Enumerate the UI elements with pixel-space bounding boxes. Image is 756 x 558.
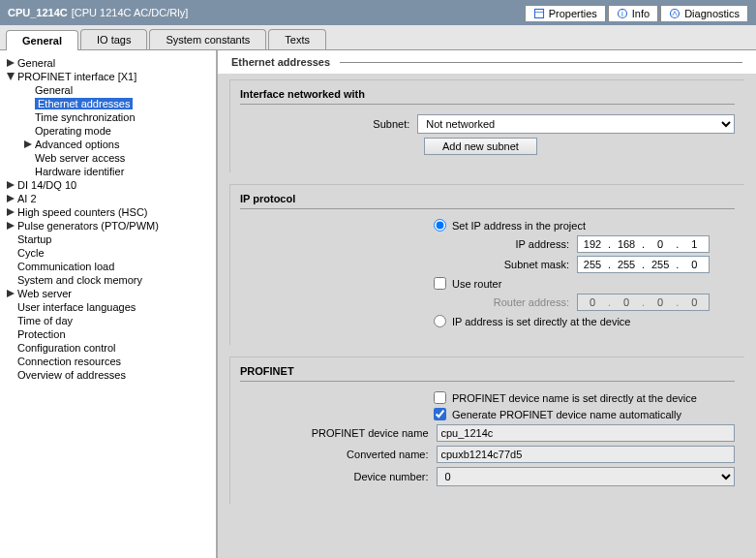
check-profinet-name-direct-input[interactable] [434, 391, 446, 404]
info-icon: i [617, 8, 628, 19]
tab-diagnostics[interactable]: Diagnostics [660, 5, 748, 21]
add-new-subnet-button[interactable]: Add new subnet [424, 138, 537, 155]
svg-marker-9 [7, 195, 15, 202]
svg-marker-7 [24, 140, 32, 148]
device-number-label: Device number: [240, 471, 437, 482]
content-pane: Ethernet addresses Interface networked w… [218, 50, 756, 558]
radio-ip-direct-input[interactable] [434, 315, 446, 327]
tab-system-constants[interactable]: System constants [149, 29, 266, 49]
panel-title-ip: IP protocol [240, 193, 735, 209]
tree-hardware-identifier[interactable]: Hardware identifier [0, 165, 216, 178]
tree-general[interactable]: General [0, 56, 216, 70]
ip-address-label: IP address: [455, 238, 577, 250]
tab-info[interactable]: i Info [608, 5, 658, 21]
use-router-input[interactable] [434, 277, 446, 290]
svg-marker-12 [7, 290, 15, 297]
tab-io-tags[interactable]: IO tags [80, 29, 147, 49]
tree-time-sync[interactable]: Time synchronization [0, 110, 216, 124]
converted-name-field [437, 446, 736, 463]
tree-operating-mode[interactable]: Operating mode [0, 124, 216, 138]
profinet-device-name-field[interactable] [437, 424, 736, 442]
tree-overview-addresses[interactable]: Overview of addresses [0, 368, 216, 382]
tree-startup[interactable]: Startup [0, 232, 216, 246]
device-number-select[interactable]: 0 [437, 467, 736, 486]
tree-pn-general[interactable]: General [0, 83, 216, 97]
tree-configuration-control[interactable]: Configuration control [0, 341, 216, 355]
tree-hsc[interactable]: High speed counters (HSC) [0, 205, 216, 219]
tab-texts[interactable]: Texts [268, 29, 326, 49]
tree-ethernet-addresses[interactable]: Ethernet addresses [0, 97, 216, 110]
panel-profinet: PROFINET PROFINET device name is set dir… [229, 356, 744, 504]
converted-name-label: Converted name: [240, 449, 437, 460]
tree-web-server[interactable]: Web server [0, 287, 216, 300]
subnet-mask-field[interactable]: . . . [577, 256, 710, 273]
diagnostics-icon [669, 8, 680, 19]
tree-ai2[interactable]: AI 2 [0, 192, 216, 205]
panel-title-interface: Interface networked with [240, 88, 735, 105]
panel-title-profinet: PROFINET [240, 365, 735, 382]
tree-advanced-options[interactable]: Advanced options [0, 138, 216, 151]
svg-marker-5 [7, 59, 15, 67]
check-profinet-name-direct[interactable]: PROFINET device name is set directly at … [434, 391, 735, 404]
svg-marker-10 [7, 208, 15, 216]
svg-text:i: i [621, 10, 623, 18]
svg-rect-0 [534, 9, 543, 17]
device-name: CPU_1214C [8, 7, 68, 18]
tree-profinet-interface[interactable]: PROFINET interface [X1] [0, 70, 216, 83]
router-address-field: . . . [577, 294, 710, 311]
tree-communication-load[interactable]: Communication load [0, 260, 216, 273]
use-router-checkbox[interactable]: Use router [434, 277, 735, 290]
tree-protection[interactable]: Protection [0, 327, 216, 341]
tab-general[interactable]: General [6, 30, 78, 50]
tree-pulse-gen[interactable]: Pulse generators (PTO/PWM) [0, 219, 216, 232]
radio-set-ip-project-input[interactable] [434, 219, 446, 232]
tree-web-server-access[interactable]: Web server access [0, 151, 216, 165]
panel-ip-protocol: IP protocol Set IP address in the projec… [229, 184, 744, 345]
svg-point-4 [671, 9, 680, 17]
check-generate-name-auto[interactable]: Generate PROFINET device name automatica… [434, 408, 735, 420]
ip-address-field[interactable]: . . . [577, 235, 710, 253]
subnet-mask-label: Subnet mask: [455, 259, 577, 270]
radio-ip-direct-device[interactable]: IP address is set directly at the device [434, 315, 735, 327]
tree-time-of-day[interactable]: Time of day [0, 314, 216, 327]
svg-marker-11 [7, 222, 15, 230]
tree-cycle[interactable]: Cycle [0, 246, 216, 260]
tree-connection-resources[interactable]: Connection resources [0, 355, 216, 368]
tab-properties[interactable]: Properties [525, 5, 606, 21]
page-title: Ethernet addresses [218, 50, 756, 70]
properties-icon [533, 8, 545, 19]
router-address-label: Router address: [455, 296, 577, 308]
subnet-label: Subnet: [240, 118, 417, 130]
nav-tree[interactable]: General PROFINET interface [X1] General … [0, 50, 218, 558]
title-bar: CPU_1214C [CPU 1214C AC/DC/Rly] Properti… [0, 0, 756, 25]
tree-system-clock-memory[interactable]: System and clock memory [0, 273, 216, 287]
secondary-tab-bar: General IO tags System constants Texts [0, 25, 756, 50]
tree-di-dq[interactable]: DI 14/DQ 10 [0, 178, 216, 192]
subnet-select[interactable]: Not networked [417, 114, 735, 134]
device-type: [CPU 1214C AC/DC/Rly] [72, 7, 188, 18]
svg-marker-6 [7, 73, 15, 80]
tree-ui-languages[interactable]: User interface languages [0, 300, 216, 314]
svg-marker-8 [7, 181, 15, 189]
profinet-device-name-label: PROFINET device name [240, 427, 437, 439]
check-generate-name-auto-input[interactable] [434, 408, 446, 420]
radio-set-ip-project[interactable]: Set IP address in the project [434, 219, 735, 232]
panel-interface-networked: Interface networked with Subnet: Not net… [229, 79, 744, 172]
